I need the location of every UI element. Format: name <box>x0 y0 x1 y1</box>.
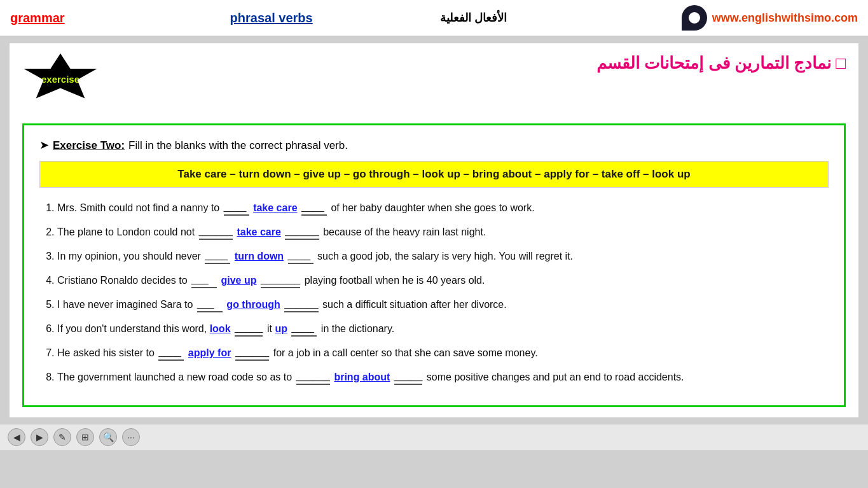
s3-blank-before: ____ <box>205 247 230 264</box>
grammar-link[interactable]: grammar <box>10 11 65 25</box>
s6-answer-up: up <box>275 323 287 334</box>
sentence-2: The plane to London could not ______ tak… <box>57 223 829 240</box>
s1-blank-before: ____ <box>224 199 249 216</box>
sentence-4: Cristiano Ronaldo decides to ___ give up… <box>57 272 829 288</box>
s3-answer: turn down <box>235 251 284 261</box>
s2-after: because of the heavy rain last night. <box>323 227 486 237</box>
logo-icon <box>682 5 707 31</box>
sentence-8: The government launched a new road code … <box>57 368 829 385</box>
title-square: □ <box>831 53 846 73</box>
s5-blank-before: ___ <box>197 296 223 312</box>
s8-blank-before: ______ <box>296 368 330 385</box>
s8-answer: bring about <box>334 372 390 382</box>
s2-before: The plane to London could not <box>57 227 198 237</box>
s5-before: I have never imagined Sara to <box>57 299 196 310</box>
s7-blank-before: ____ <box>158 344 184 361</box>
next-button[interactable]: ▶ <box>31 428 48 446</box>
exercise-instruction: Fill in the blanks with the correct phra… <box>128 139 348 152</box>
s1-after: of her baby daughter when she goes to wo… <box>331 202 534 213</box>
s5-after: such a difficult situation after her div… <box>322 299 507 310</box>
toolbar: ◀ ▶ ✎ ⊞ 🔍 ··· <box>0 424 868 450</box>
s1-before: Mrs. Smith could not find a nanny to <box>57 202 223 213</box>
s8-before: The government launched a new road code … <box>57 372 295 382</box>
s7-blank-after: ______ <box>235 344 269 361</box>
sentence-6: If you don't understand this word, look … <box>57 320 829 337</box>
sentence-1: Mrs. Smith could not find a nanny to ___… <box>57 199 829 216</box>
sentence-5: I have never imagined Sara to ___ go thr… <box>57 296 829 312</box>
word-bank: Take care – turn down – give up – go thr… <box>39 161 829 188</box>
logo-area: www.englishwithsimo.com <box>682 5 858 31</box>
s8-blank-after: _____ <box>394 368 423 385</box>
s7-answer: apply for <box>188 347 231 358</box>
s6-after: in the dictionary. <box>321 323 394 334</box>
s4-blank-before: ___ <box>191 272 217 288</box>
s7-before: He asked his sister to <box>57 347 157 358</box>
exercise-badge: exercise <box>22 53 99 104</box>
s8-after: some positive changes and put an end to … <box>427 372 684 382</box>
s3-blank-after: ____ <box>288 247 313 264</box>
s6-answer-look: look <box>210 323 231 334</box>
s2-blank-after: ______ <box>285 223 319 240</box>
zoom-button[interactable]: 🔍 <box>99 428 117 446</box>
arabic-section-title: □ نمادج التمارين فى إمتحانات القسم <box>596 53 846 73</box>
exercise-title: Exercise Two: <box>53 139 125 152</box>
sentences-list: Mrs. Smith could not find a nanny to ___… <box>39 199 829 385</box>
s7-after: for a job in a call center so that she c… <box>273 347 538 358</box>
s2-answer: take care <box>237 227 280 237</box>
phrasal-link[interactable]: phrasal verbs <box>230 11 313 25</box>
s4-answer: give up <box>221 275 256 286</box>
s4-after: playing football when he is 40 years old… <box>305 275 485 286</box>
edit-button[interactable]: ✎ <box>53 428 71 446</box>
more-button[interactable]: ··· <box>122 428 140 446</box>
s1-answer: take care <box>253 202 297 213</box>
s5-blank-after: ______ <box>284 296 318 312</box>
exercise-heading: ➤ Exercise Two: Fill in the blanks with … <box>39 138 829 152</box>
sentence-3: In my opinion, you should never ____ tur… <box>57 247 829 264</box>
s1-blank-after: ____ <box>301 199 327 216</box>
s3-before: In my opinion, you should never <box>57 251 203 261</box>
s6-before: If you don't understand this word, <box>57 323 210 334</box>
grid-button[interactable]: ⊞ <box>76 428 94 446</box>
arrow-symbol: ➤ <box>39 138 49 152</box>
s6-blank-middle: _____ <box>235 320 263 337</box>
s3-after: such a good job, the salary is very high… <box>317 251 573 261</box>
s6-it: it <box>267 323 275 334</box>
sentence-7: He asked his sister to ____ apply for __… <box>57 344 829 361</box>
site-url: www.englishwithsimo.com <box>712 11 858 25</box>
s6-blank-end: ____ <box>291 320 317 337</box>
arabic-title: الأفعال الفعلية <box>440 11 507 25</box>
s4-before: Cristiano Ronaldo decides to <box>57 275 190 286</box>
header: grammar phrasal verbs الأفعال الفعلية ww… <box>0 0 868 37</box>
main-content: exercise □ نمادج التمارين فى إمتحانات ال… <box>10 43 858 417</box>
s5-answer: go through <box>226 299 280 310</box>
exercise-box: ➤ Exercise Two: Fill in the blanks with … <box>22 123 846 407</box>
prev-button[interactable]: ◀ <box>8 428 25 446</box>
exercise-star-shape: exercise <box>22 53 99 104</box>
s4-blank-after: _______ <box>261 272 300 288</box>
s2-blank-before: ______ <box>199 223 233 240</box>
